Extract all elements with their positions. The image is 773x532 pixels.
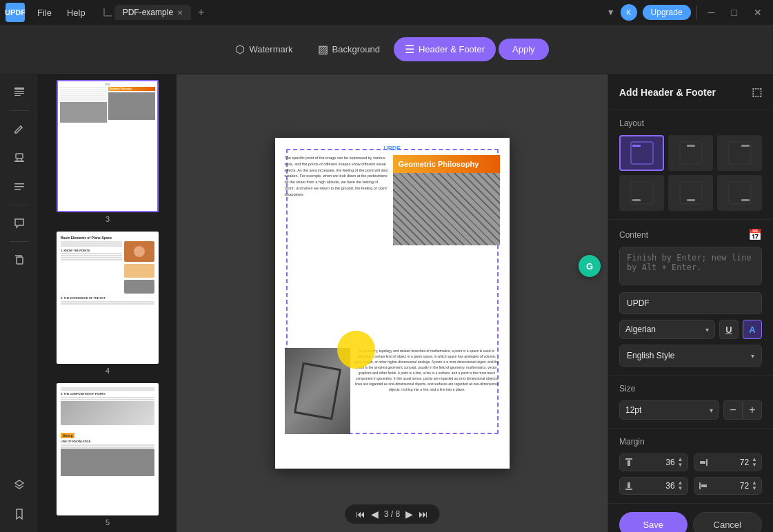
svg-rect-23 (741, 199, 750, 201)
size-section: Size 12pt ▾ − + (608, 376, 773, 429)
thumbnail-page-5[interactable]: 3. THE COMPOSITION OF POINTS String LINE… (44, 383, 171, 526)
size-stepper: − + (723, 400, 762, 420)
pdf-next-page-button[interactable]: ▶ (405, 509, 413, 520)
thumbnail-page-4[interactable]: Basic Elements of Plane Space 1. KNOW TH… (44, 232, 171, 375)
layout-option-4[interactable] (619, 175, 664, 211)
page-separator: / (391, 509, 393, 519)
color-icon: A (749, 325, 755, 335)
svg-rect-17 (741, 145, 750, 147)
pdf-updf-label: UPDF (383, 145, 401, 152)
toolbar: ⬡ Watermark ▨ Background ☰ Header & Foot… (0, 25, 773, 74)
main-area: UPDF Geometric P (0, 74, 773, 532)
size-increment-button[interactable]: + (743, 400, 762, 420)
thumbnail-panel: UPDF Geometric P (39, 74, 177, 532)
margin-right-input[interactable]: 72 (711, 458, 750, 467)
copy-icon[interactable] (7, 247, 32, 272)
svg-rect-8 (14, 183, 24, 185)
sidebar-divider-3 (10, 241, 29, 242)
pdf-first-page-button[interactable]: ⏮ (356, 509, 365, 520)
calendar-icon[interactable]: 📅 (748, 228, 762, 241)
pdf-left-text: The specific point of the image can be e… (285, 155, 388, 198)
style-select[interactable]: English Style ▾ (619, 345, 762, 367)
edit-icon[interactable] (7, 116, 32, 141)
tab-add-button[interactable]: + (194, 5, 208, 20)
titlebar: UPDF File Help PDF-example ✕ + ▼ K Upgra… (0, 0, 773, 25)
font-dropdown-icon: ▾ (705, 326, 709, 334)
margin-right-down[interactable]: ▼ (752, 462, 757, 468)
size-value: 12pt (625, 405, 641, 415)
background-tool[interactable]: ▨ Background (307, 37, 391, 61)
current-page: 3 (384, 509, 389, 519)
svg-rect-13 (632, 145, 641, 147)
pdf-arch-image (285, 348, 350, 434)
margin-left-input[interactable]: 72 (711, 481, 750, 491)
app-logo: UPDF (6, 3, 25, 22)
margin-left-field: 72 ▲ ▼ (694, 477, 763, 495)
layout-option-2[interactable] (668, 135, 713, 171)
watermark-tool[interactable]: ⬡ Watermark (224, 37, 303, 61)
size-decrement-button[interactable]: − (723, 400, 743, 420)
svg-rect-29 (628, 482, 630, 488)
svg-rect-26 (706, 459, 707, 466)
tab-label: PDF-example (123, 8, 173, 17)
thumbnail-number-5: 5 (106, 518, 110, 526)
thumbnail-image-3: UPDF Geometric P (57, 80, 159, 212)
menu-help[interactable]: Help (60, 5, 92, 21)
titlebar-divider (696, 6, 697, 19)
margin-left-down[interactable]: ▼ (752, 486, 757, 491)
margin-left-icon (699, 481, 708, 491)
layout-option-1[interactable] (619, 135, 664, 171)
content-value: UPDF (619, 292, 762, 314)
margin-right-stepper: ▲ ▼ (752, 457, 757, 468)
thumbnail-page-3[interactable]: UPDF Geometric P (44, 80, 171, 223)
content-input[interactable] (619, 247, 762, 285)
upgrade-button[interactable]: Upgrade (643, 5, 691, 20)
svg-rect-15 (687, 145, 695, 147)
tab-list-dropdown[interactable]: ▼ (607, 8, 615, 17)
tab-pdf-example[interactable]: PDF-example ✕ (114, 5, 191, 20)
margin-bottom-input[interactable]: 36 (636, 481, 675, 491)
comment-icon[interactable] (7, 211, 32, 236)
layout-option-6[interactable] (717, 175, 762, 211)
panel-export-icon[interactable]: ⬚ (752, 85, 762, 99)
pages-icon[interactable] (7, 80, 32, 105)
layout-grid (619, 135, 762, 211)
layout-option-5[interactable] (668, 175, 713, 211)
pdf-last-page-button[interactable]: ⏭ (419, 509, 428, 520)
layers-icon[interactable] (7, 473, 32, 498)
font-select[interactable]: Algerian ▾ (619, 320, 715, 339)
font-name: Algerian (625, 325, 656, 334)
menu-bar: File Help (30, 5, 92, 21)
tab-close-icon[interactable]: ✕ (177, 9, 183, 17)
header-footer-tool[interactable]: ☰ Header & Footer (394, 37, 496, 61)
text-color-button[interactable]: A (743, 320, 762, 339)
svg-rect-9 (14, 186, 24, 187)
bold-button[interactable]: U (719, 320, 739, 339)
svg-rect-19 (632, 199, 641, 201)
margin-top-input[interactable]: 36 (636, 458, 675, 467)
layout-option-3[interactable] (717, 135, 762, 171)
stamp-icon[interactable] (7, 145, 32, 170)
size-select[interactable]: 12pt ▾ (619, 400, 719, 420)
list-icon[interactable] (7, 174, 32, 199)
cancel-button[interactable]: Cancel (693, 512, 763, 532)
grammarly-button[interactable]: G (579, 255, 601, 277)
pdf-prev-page-button[interactable]: ◀ (371, 509, 379, 520)
save-button[interactable]: Save (619, 512, 687, 532)
minimize-button[interactable]: ─ (703, 6, 721, 19)
margin-bottom-down[interactable]: ▼ (678, 486, 683, 491)
maximize-button[interactable]: □ (726, 6, 743, 19)
margin-top-down[interactable]: ▼ (678, 462, 683, 468)
tab-expand-icon[interactable] (103, 8, 112, 17)
close-button[interactable]: ✕ (748, 6, 767, 19)
svg-rect-27 (700, 461, 705, 464)
bookmark-icon[interactable] (7, 502, 32, 526)
background-icon: ▨ (318, 43, 328, 56)
apply-button[interactable]: Apply (499, 39, 549, 60)
size-label: Size (619, 384, 762, 393)
icon-sidebar (0, 74, 39, 532)
svg-rect-28 (625, 489, 632, 490)
menu-file[interactable]: File (30, 5, 59, 21)
sidebar-divider-1 (10, 110, 29, 111)
svg-rect-25 (628, 460, 630, 466)
